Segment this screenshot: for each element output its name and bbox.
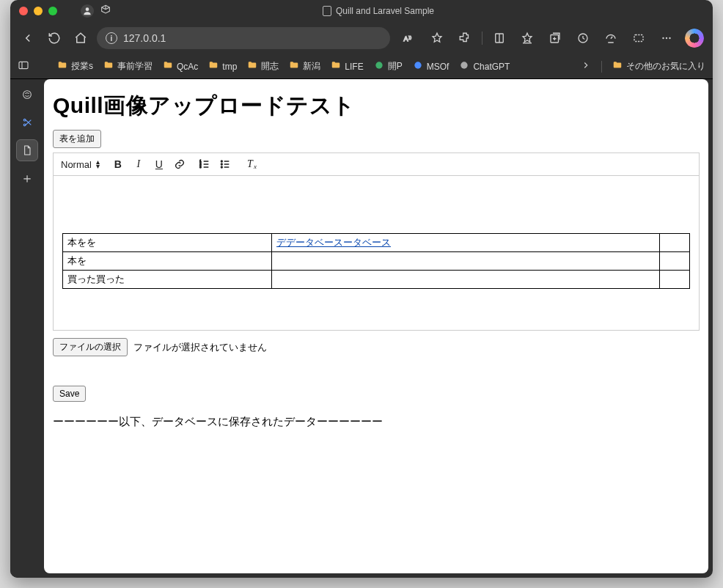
table-cell[interactable] xyxy=(272,271,660,289)
new-tab-button[interactable]: ＋ xyxy=(16,167,38,189)
svg-rect-9 xyxy=(19,62,28,68)
svg-point-10 xyxy=(375,62,382,68)
home-button[interactable] xyxy=(70,28,91,48)
editor-toolbar: Normal ▴▾ B I U xyxy=(54,153,699,176)
window-title: Quill and Laravel Sample xyxy=(117,6,639,16)
table-cell[interactable]: 買った買った xyxy=(63,271,272,289)
italic-button[interactable]: I xyxy=(132,158,145,171)
bookmark-item[interactable]: 新潟 xyxy=(289,60,320,73)
format-picker[interactable]: Normal ▴▾ xyxy=(61,159,100,170)
favorites-bar-icon[interactable] xyxy=(516,27,538,49)
save-button[interactable]: Save xyxy=(53,386,86,402)
svg-point-21 xyxy=(221,166,222,168)
browser-window: Quill and Laravel Sample i 127.0.0.1 A⁾⁾ xyxy=(10,0,713,578)
svg-rect-5 xyxy=(634,35,643,42)
format-label: Normal xyxy=(61,159,92,170)
file-status-text: ファイルが選択されていません xyxy=(133,341,267,354)
vtab-scissors-icon[interactable] xyxy=(16,111,38,133)
page-heading: Quill画像アップロードテスト xyxy=(53,91,700,121)
table-cell[interactable]: 本をを xyxy=(63,234,272,252)
quill-editor: Normal ▴▾ B I U xyxy=(53,152,700,331)
bookmark-item[interactable]: 事前学習 xyxy=(103,60,153,73)
read-aloud-icon[interactable]: A⁾⁾ xyxy=(398,27,420,49)
svg-point-7 xyxy=(666,37,667,39)
page-icon xyxy=(323,6,331,16)
extensions-icon[interactable] xyxy=(454,27,476,49)
sidebar-toggle-icon[interactable] xyxy=(18,59,29,73)
svg-point-0 xyxy=(86,7,89,11)
table-cell[interactable] xyxy=(660,271,690,289)
bookmark-item[interactable]: ChatGPT xyxy=(459,60,510,73)
bookmark-item[interactable]: MSOf xyxy=(413,60,449,73)
link-button[interactable] xyxy=(173,158,186,171)
table-cell[interactable] xyxy=(272,252,660,271)
reading-list-icon[interactable] xyxy=(488,27,510,49)
svg-text:A⁾⁾: A⁾⁾ xyxy=(404,35,411,43)
table-link[interactable]: デデータベースータベース xyxy=(276,237,391,248)
window-title-text: Quill and Laravel Sample xyxy=(336,6,434,16)
browser-toolbar: i 127.0.0.1 A⁾⁾ xyxy=(10,22,713,54)
bullet-list-button[interactable] xyxy=(219,158,232,171)
table-cell[interactable]: デデータベースータベース xyxy=(272,234,660,252)
bookmark-item[interactable]: tmp xyxy=(208,60,237,73)
add-table-button[interactable]: 表を追加 xyxy=(53,130,101,148)
address-url: 127.0.0.1 xyxy=(123,32,166,44)
bookmarks-overflow-chevron[interactable] xyxy=(581,60,591,73)
svg-point-12 xyxy=(461,62,468,68)
minimize-window-button[interactable] xyxy=(34,7,43,15)
table-row: 本をを デデータベースータベース xyxy=(63,234,690,252)
vertical-tab-strip: ＋ xyxy=(10,79,44,578)
svg-point-8 xyxy=(669,37,670,39)
bookmark-item[interactable]: 開志 xyxy=(247,60,279,73)
bookmark-item[interactable]: 授業s xyxy=(57,60,93,73)
table-cell[interactable]: 本を xyxy=(63,252,272,271)
window-controls xyxy=(19,7,57,15)
maximize-window-button[interactable] xyxy=(48,7,57,15)
ordered-list-button[interactable]: 123 xyxy=(198,158,211,171)
table-cell[interactable] xyxy=(660,252,690,271)
site-info-icon[interactable]: i xyxy=(106,32,117,44)
performance-icon[interactable] xyxy=(600,27,622,49)
bookmarks-bar: 授業s 事前学習 QcAc tmp 開志 新潟 LIFE 開P MSOf Cha… xyxy=(10,54,713,79)
bookmark-item[interactable]: QcAc xyxy=(163,60,198,73)
svg-point-13 xyxy=(23,91,32,99)
bookmark-item[interactable]: LIFE xyxy=(331,60,363,73)
favorite-icon[interactable] xyxy=(426,27,448,49)
svg-point-20 xyxy=(221,163,222,165)
vtab-current-page-icon[interactable] xyxy=(16,139,38,161)
underline-button[interactable]: U xyxy=(153,158,166,171)
svg-text:3: 3 xyxy=(199,165,202,169)
svg-point-15 xyxy=(23,119,26,121)
bookmark-overflow-folder[interactable]: その他のお気に入り xyxy=(612,60,705,73)
bookmark-item[interactable]: 開P xyxy=(374,60,403,73)
address-bar[interactable]: i 127.0.0.1 xyxy=(97,27,390,49)
history-icon[interactable] xyxy=(572,27,594,49)
table-cell[interactable] xyxy=(660,234,690,252)
editor-content[interactable]: 本をを デデータベースータベース 本を 買った買った xyxy=(54,176,699,330)
table-row: 買った買った xyxy=(63,271,690,289)
clear-format-button[interactable]: Tx xyxy=(243,158,257,171)
copilot-icon[interactable] xyxy=(683,27,705,49)
file-select-button[interactable]: ファイルの選択 xyxy=(53,338,128,356)
more-icon[interactable] xyxy=(656,27,678,49)
svg-point-6 xyxy=(662,37,664,39)
back-button[interactable] xyxy=(18,28,38,48)
vtab-chatgpt-icon[interactable] xyxy=(16,84,38,106)
titlebar: Quill and Laravel Sample xyxy=(10,0,713,22)
svg-point-19 xyxy=(221,161,222,162)
bold-button[interactable]: B xyxy=(111,158,125,171)
close-window-button[interactable] xyxy=(19,7,28,15)
svg-point-14 xyxy=(23,124,26,126)
collections-icon[interactable] xyxy=(544,27,566,49)
editor-table[interactable]: 本をを デデータベースータベース 本を 買った買った xyxy=(62,233,690,289)
refresh-button[interactable] xyxy=(44,28,65,48)
page-content: Quill画像アップロードテスト 表を追加 Normal ▴▾ B I U xyxy=(44,79,708,573)
profile-avatar[interactable] xyxy=(81,4,94,18)
table-row: 本を xyxy=(63,252,690,271)
screenshot-icon[interactable] xyxy=(628,27,650,49)
divider-text: ーーーーーー以下、データベースに保存されたデーターーーーーー xyxy=(53,415,700,429)
workspaces-icon[interactable] xyxy=(100,4,111,18)
svg-point-11 xyxy=(414,62,421,68)
